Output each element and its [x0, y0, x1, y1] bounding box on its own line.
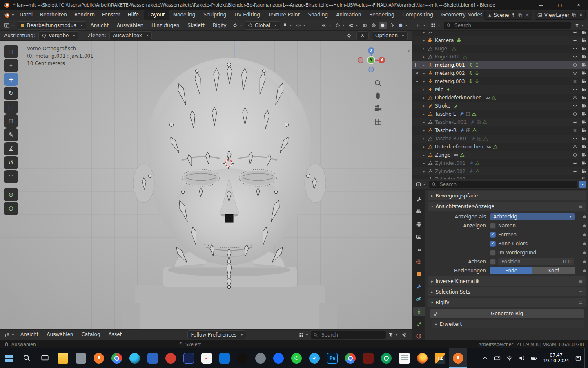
hide-viewport-toggle[interactable] — [570, 103, 579, 108]
disable-render-toggle[interactable] — [579, 63, 588, 67]
tab-object-data[interactable] — [413, 307, 425, 316]
taskbar-clock[interactable]: 07:47 19.10.2024 — [540, 352, 572, 364]
taskbar-app-utility[interactable] — [252, 348, 270, 368]
disable-render-toggle[interactable] — [579, 120, 588, 125]
taskbar-app-blender-running[interactable] — [449, 348, 467, 368]
taskbar-app-edge[interactable] — [126, 348, 144, 368]
expand-arrow-icon[interactable]: ▸ — [421, 96, 427, 100]
expand-arrow-icon[interactable]: ▸ — [421, 88, 427, 92]
outliner-item-kugel[interactable]: ▸ Kugel — [412, 45, 588, 53]
outliner-item-mic[interactable]: ▸ Mic — [412, 85, 588, 94]
ausrichtung-dropdown[interactable]: Vorgabe — [38, 31, 78, 40]
hide-viewport-toggle[interactable] — [570, 144, 579, 149]
expand-arrow-icon[interactable]: ▸ — [421, 79, 427, 83]
outliner-item-metarig-003[interactable]: ▸ metarig.003 — [412, 77, 588, 85]
tab-modifiers[interactable] — [413, 282, 425, 291]
outliner-item-zylinder-002[interactable]: ▸ Zylinder.002 — [412, 167, 588, 175]
volume-icon[interactable] — [516, 348, 528, 368]
taskbar-search-button[interactable] — [18, 348, 36, 368]
achsen-checkbox[interactable] — [490, 259, 496, 265]
minimize-button[interactable]: — — [532, 0, 550, 10]
pan-hand-icon[interactable] — [374, 92, 382, 101]
asset-search-input[interactable] — [321, 332, 383, 338]
outliner-item[interactable]: ▸ — [412, 31, 588, 36]
expand-arrow-icon[interactable]: ▸ — [421, 63, 427, 67]
outliner-item-metarig-001[interactable]: ▸ metarig.001 — [412, 61, 588, 69]
shading-material-button[interactable] — [388, 22, 396, 29]
outliner-filter-button[interactable] — [573, 22, 586, 29]
animate-dot[interactable]: ● — [581, 224, 588, 228]
shading-solid-button[interactable] — [379, 22, 387, 29]
app-menu-button[interactable] — [2, 11, 16, 19]
expand-arrow-icon[interactable]: ▸ — [421, 55, 427, 59]
taskbar-app-media-2[interactable] — [359, 348, 377, 368]
tool-cursor[interactable]: ⌖ — [4, 59, 18, 72]
copy-view-layer-icon[interactable] — [572, 13, 577, 18]
show-desktop-button[interactable] — [584, 348, 587, 368]
tab-object[interactable] — [413, 269, 425, 279]
outliner-editor-type-button[interactable] — [414, 22, 427, 29]
workspace-tab-animation[interactable]: Animation — [332, 10, 365, 20]
show-gizmo-button[interactable] — [334, 22, 346, 29]
properties-search-field[interactable] — [429, 181, 577, 188]
tab-physics[interactable] — [413, 294, 425, 303]
kopf-button[interactable]: Kopf — [532, 267, 575, 274]
taskbar-app-search-tool[interactable] — [377, 348, 395, 368]
taskbar-app-system-tool[interactable] — [72, 348, 90, 368]
workspace-tab-modeling[interactable]: Modeling — [169, 10, 200, 20]
animate-dot[interactable]: ● — [581, 242, 588, 246]
taskbar-app-file-explorer[interactable] — [54, 348, 72, 368]
hide-viewport-toggle[interactable] — [570, 54, 579, 59]
disable-render-toggle[interactable] — [579, 153, 588, 157]
pin-icon[interactable] — [511, 13, 516, 18]
workspace-tab-geometry-nodes[interactable]: Geometry Nodes — [437, 10, 482, 20]
copy-scene-icon[interactable] — [518, 13, 523, 18]
expand-arrow-icon[interactable]: ▸ — [421, 38, 427, 43]
disable-render-toggle[interactable] — [579, 87, 588, 92]
network-icon[interactable] — [503, 348, 516, 368]
animate-dot[interactable]: ● — [581, 233, 588, 237]
tool-extrude[interactable]: ⊕ — [4, 188, 18, 201]
menu-hinzufuegen[interactable]: Hinzufügen — [148, 20, 183, 31]
taskbar-app-antivirus[interactable]: ✓ — [198, 348, 216, 368]
asset-menu-asset[interactable]: Asset — [105, 330, 126, 340]
animate-dot[interactable]: ● — [581, 215, 588, 219]
menu-hilfe[interactable]: Hilfe — [124, 10, 143, 20]
taskbar-app-tz[interactable]: TZ — [431, 348, 449, 368]
optionen-dropdown[interactable]: Optionen — [372, 31, 408, 40]
taskbar-app-github[interactable] — [234, 348, 252, 368]
panel-bewegungspfade[interactable]: ▸ Bewegungspfade ≡ — [428, 191, 586, 200]
asset-menu-catalog[interactable]: Catalog — [78, 330, 104, 340]
outliner-display-mode-button[interactable] — [429, 22, 442, 29]
catalog-filter-dropdown[interactable]: Follow Preferences — [187, 330, 246, 339]
tool-annotate[interactable]: ✎ — [4, 128, 18, 141]
task-view-button[interactable] — [36, 348, 54, 368]
disable-render-toggle[interactable] — [579, 169, 588, 174]
workspace-tab-rendering[interactable]: Rendering — [365, 10, 398, 20]
maximize-button[interactable]: ▢ — [550, 0, 569, 10]
ende-button[interactable]: Ende — [490, 267, 532, 274]
position-slider[interactable]: Position 0.0 — [498, 258, 574, 265]
workspace-tab-sculpting[interactable]: Sculpting — [199, 10, 230, 20]
outliner-item-kamera[interactable]: ▸ Kamera — [412, 36, 588, 45]
x-axis-button[interactable]: X — [356, 31, 369, 40]
properties-search-input[interactable] — [439, 181, 575, 188]
hide-viewport-toggle[interactable] — [570, 120, 579, 125]
menu-skelett[interactable]: Skelett — [184, 20, 208, 31]
taskbar-app-notepad[interactable] — [395, 348, 413, 368]
tab-bone[interactable] — [413, 319, 425, 328]
disable-render-toggle[interactable] — [579, 54, 588, 59]
taskbar-app-code[interactable] — [144, 348, 162, 368]
disable-render-toggle[interactable] — [579, 136, 588, 141]
workspace-tab-layout[interactable]: Layout — [144, 10, 169, 20]
tab-world[interactable] — [413, 257, 425, 266]
outliner-item-zylinder-003[interactable]: ▸ Zylinder.003 — [412, 175, 588, 179]
expand-arrow-icon[interactable]: ▸ — [421, 137, 427, 141]
expand-arrow-icon[interactable]: ▸ — [421, 153, 427, 157]
taskbar-app-remote[interactable] — [216, 348, 234, 368]
menu-auswaehlen[interactable]: Auswählen — [113, 20, 147, 31]
expand-arrow-icon[interactable]: ▸ — [421, 128, 427, 132]
panel-inverse-kinematik[interactable]: ▸ Inverse Kinematik ≡ — [428, 276, 586, 286]
properties-filter-button[interactable] — [579, 181, 586, 188]
disable-render-toggle[interactable] — [579, 161, 588, 166]
